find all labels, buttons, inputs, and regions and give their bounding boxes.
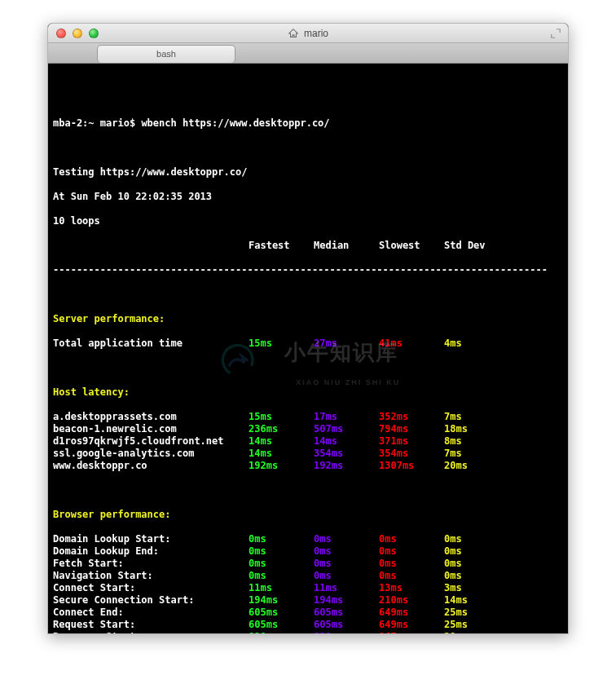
metric-value: 236ms: [249, 423, 314, 435]
metric-value: 0ms: [444, 570, 503, 582]
loops-line: 10 loops: [53, 215, 100, 227]
metric-value: 794ms: [379, 423, 444, 435]
table-row: ssl.google-analytics.com14ms354ms354ms7m…: [53, 448, 563, 460]
metric-value: 0ms: [314, 545, 379, 558]
metric-label: Domain Lookup Start:: [53, 533, 249, 545]
metric-label: Connect End:: [53, 607, 249, 619]
section-host: Host latency:: [53, 386, 130, 399]
metric-value: 0ms: [379, 570, 444, 582]
metric-value: 605ms: [249, 607, 314, 619]
metric-value: 192ms: [249, 460, 314, 472]
metric-value: 17ms: [314, 411, 379, 423]
metric-value: 0ms: [444, 558, 503, 570]
window-title-text: mario: [304, 29, 328, 38]
minimize-icon[interactable]: [73, 29, 82, 38]
metric-value: 25ms: [444, 607, 503, 619]
metric-label: Request Start:: [53, 619, 249, 631]
metric-value: 14ms: [314, 435, 379, 448]
col-fastest: Fastest: [249, 240, 314, 252]
metric-label: beacon-1.newrelic.com: [53, 423, 249, 435]
metric-value: 649ms: [379, 619, 444, 631]
metric-value: 354ms: [314, 448, 379, 460]
metric-value: 820ms: [314, 631, 379, 634]
metric-value: 7ms: [444, 448, 503, 460]
metric-label: d1ros97qkrwjf5.cloudfront.net: [53, 435, 249, 448]
table-row: beacon-1.newrelic.com236ms507ms794ms18ms: [53, 423, 563, 435]
metric-value: 7ms: [444, 411, 503, 423]
close-icon[interactable]: [56, 29, 66, 38]
metric-value: 605ms: [314, 607, 379, 619]
section-browser: Browser performance:: [53, 509, 171, 521]
metric-value: 15ms: [249, 411, 314, 423]
metric-label: a.desktopprassets.com: [53, 411, 249, 423]
table-row: Fetch Start:0ms0ms0ms0ms: [53, 558, 563, 570]
window-title: mario: [48, 28, 568, 39]
metric-value: 4ms: [444, 338, 503, 350]
home-icon: [288, 28, 299, 39]
table-row: Response Start:820ms820ms967ms29ms: [53, 631, 563, 634]
metric-value: 605ms: [249, 619, 314, 631]
testing-line: Testing https://www.desktoppr.co/: [53, 166, 247, 179]
metric-value: 0ms: [249, 533, 314, 545]
metric-value: 18ms: [444, 423, 503, 435]
metric-value: 15ms: [249, 338, 314, 350]
table-row: Navigation Start:0ms0ms0ms0ms: [53, 570, 563, 582]
table-row: d1ros97qkrwjf5.cloudfront.net14ms14ms371…: [53, 435, 563, 448]
metric-value: 11ms: [249, 582, 314, 594]
metric-value: 1307ms: [379, 460, 444, 472]
col-stddev: Std Dev: [444, 240, 503, 252]
tab-bash[interactable]: bash: [97, 45, 235, 63]
metric-value: 0ms: [314, 570, 379, 582]
metric-value: 29ms: [444, 631, 503, 634]
metric-label: Connect Start:: [53, 582, 249, 594]
table-row: Connect Start:11ms11ms13ms3ms: [53, 582, 563, 594]
fullscreen-icon[interactable]: [550, 28, 561, 39]
metric-value: 967ms: [379, 631, 444, 634]
metric-value: 14ms: [444, 594, 503, 607]
table-row: Request Start:605ms605ms649ms25ms: [53, 619, 563, 631]
metric-value: 352ms: [379, 411, 444, 423]
traffic-lights: [48, 29, 99, 38]
metric-label: Response Start:: [53, 631, 249, 634]
metric-value: 194ms: [314, 594, 379, 607]
table-row: a.desktopprassets.com15ms17ms352ms7ms: [53, 411, 563, 423]
terminal-output[interactable]: 小牛知识库 XIAO NIU ZHI SHI KU mba-2:~ mario$…: [48, 64, 568, 633]
at-line: At Sun Feb 10 22:02:35 2013: [53, 191, 212, 203]
metric-label: Total application time: [53, 338, 249, 350]
prompt: mba-2:~ mario$: [53, 117, 141, 130]
metric-value: 371ms: [379, 435, 444, 448]
metric-value: 0ms: [444, 545, 503, 558]
metric-label: www.desktoppr.co: [53, 460, 249, 472]
metric-label: Fetch Start:: [53, 558, 249, 570]
zoom-icon[interactable]: [89, 29, 99, 38]
tab-bar: bash: [48, 43, 568, 64]
metric-value: 27ms: [314, 338, 379, 350]
metric-value: 0ms: [314, 558, 379, 570]
command-text: wbench https://www.desktoppr.co/: [141, 117, 329, 130]
metric-value: 13ms: [379, 582, 444, 594]
section-server: Server performance:: [53, 313, 165, 325]
metric-value: 14ms: [249, 435, 314, 448]
metric-value: 820ms: [249, 631, 314, 634]
metric-label: Navigation Start:: [53, 570, 249, 582]
terminal-window: mario bash 小牛知识库 XIAO NIU ZHI SHI KU mba…: [47, 23, 569, 634]
metric-value: 0ms: [249, 570, 314, 582]
metric-value: 354ms: [379, 448, 444, 460]
metric-value: 507ms: [314, 423, 379, 435]
table-row: Domain Lookup End:0ms0ms0ms0ms: [53, 545, 563, 558]
table-row: Total application time15ms27ms41ms4ms: [53, 338, 563, 350]
metric-value: 0ms: [379, 558, 444, 570]
metric-label: Domain Lookup End:: [53, 545, 249, 558]
metric-value: 605ms: [314, 619, 379, 631]
titlebar[interactable]: mario: [48, 24, 568, 43]
table-row: Secure Connection Start:194ms194ms210ms1…: [53, 594, 563, 607]
metric-value: 11ms: [314, 582, 379, 594]
col-slowest: Slowest: [379, 240, 444, 252]
metric-value: 0ms: [444, 533, 503, 545]
metric-value: 649ms: [379, 607, 444, 619]
metric-value: 3ms: [444, 582, 503, 594]
metric-value: 25ms: [444, 619, 503, 631]
metric-value: 192ms: [314, 460, 379, 472]
metric-value: 0ms: [249, 545, 314, 558]
metric-value: 0ms: [314, 533, 379, 545]
